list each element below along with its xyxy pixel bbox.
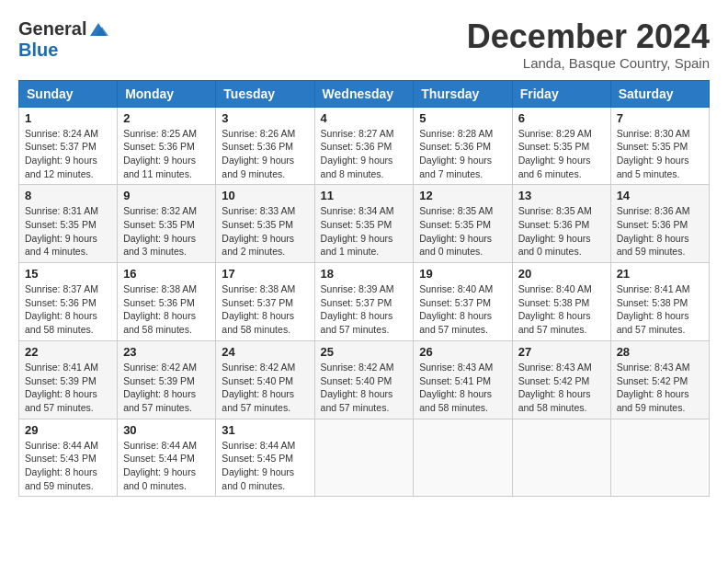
day-number: 22 (25, 345, 111, 359)
calendar-cell: 9Sunrise: 8:32 AMSunset: 5:35 PMDaylight… (118, 185, 216, 263)
calendar-week-row: 1Sunrise: 8:24 AMSunset: 5:37 PMDaylight… (19, 107, 710, 185)
calendar-cell: 13Sunrise: 8:35 AMSunset: 5:36 PMDayligh… (512, 185, 610, 263)
weekday-header-tuesday: Tuesday (216, 80, 314, 107)
day-number: 7 (617, 111, 703, 125)
day-number: 12 (419, 189, 506, 202)
day-info: Sunrise: 8:42 AMSunset: 5:40 PMDaylight:… (222, 361, 308, 415)
weekday-header-thursday: Thursday (414, 80, 512, 107)
day-number: 23 (123, 345, 210, 359)
day-info: Sunrise: 8:40 AMSunset: 5:37 PMDaylight:… (419, 282, 506, 337)
day-number: 6 (518, 111, 605, 125)
weekday-header-wednesday: Wednesday (314, 80, 414, 107)
calendar-table: SundayMondayTuesdayWednesdayThursdayFrid… (18, 80, 710, 498)
day-info: Sunrise: 8:39 AMSunset: 5:37 PMDaylight:… (321, 282, 408, 337)
day-number: 11 (321, 189, 408, 202)
day-info: Sunrise: 8:42 AMSunset: 5:39 PMDaylight:… (123, 361, 210, 415)
day-info: Sunrise: 8:44 AMSunset: 5:44 PMDaylight:… (123, 439, 210, 493)
month-title: December 2024 (467, 18, 710, 55)
day-number: 2 (123, 111, 210, 125)
day-info: Sunrise: 8:42 AMSunset: 5:40 PMDaylight:… (321, 361, 408, 415)
calendar-cell: 2Sunrise: 8:25 AMSunset: 5:36 PMDaylight… (118, 107, 216, 185)
day-info: Sunrise: 8:43 AMSunset: 5:41 PMDaylight:… (419, 361, 506, 415)
day-info: Sunrise: 8:44 AMSunset: 5:43 PMDaylight:… (25, 439, 111, 493)
day-info: Sunrise: 8:29 AMSunset: 5:35 PMDaylight:… (518, 127, 605, 181)
day-number: 20 (518, 267, 605, 281)
calendar-cell: 18Sunrise: 8:39 AMSunset: 5:37 PMDayligh… (314, 263, 414, 341)
page-header: General Blue December 2024 Landa, Basque… (18, 18, 710, 71)
day-info: Sunrise: 8:28 AMSunset: 5:36 PMDaylight:… (419, 127, 506, 181)
day-info: Sunrise: 8:43 AMSunset: 5:42 PMDaylight:… (617, 361, 703, 415)
weekday-header-row: SundayMondayTuesdayWednesdayThursdayFrid… (19, 80, 710, 107)
calendar-cell: 21Sunrise: 8:41 AMSunset: 5:38 PMDayligh… (610, 263, 709, 341)
weekday-header-sunday: Sunday (19, 80, 118, 107)
calendar-cell: 5Sunrise: 8:28 AMSunset: 5:36 PMDaylight… (414, 107, 512, 185)
day-info: Sunrise: 8:38 AMSunset: 5:37 PMDaylight:… (222, 282, 308, 337)
calendar-cell: 4Sunrise: 8:27 AMSunset: 5:36 PMDaylight… (314, 107, 414, 185)
calendar-cell: 15Sunrise: 8:37 AMSunset: 5:36 PMDayligh… (19, 263, 118, 341)
day-number: 31 (222, 423, 308, 437)
day-info: Sunrise: 8:26 AMSunset: 5:36 PMDaylight:… (222, 127, 308, 181)
calendar-cell: 20Sunrise: 8:40 AMSunset: 5:38 PMDayligh… (512, 263, 610, 341)
day-number: 18 (321, 267, 408, 281)
calendar-cell: 31Sunrise: 8:44 AMSunset: 5:45 PMDayligh… (216, 419, 314, 497)
calendar-cell: 10Sunrise: 8:33 AMSunset: 5:35 PMDayligh… (216, 185, 314, 263)
calendar-cell: 11Sunrise: 8:34 AMSunset: 5:35 PMDayligh… (314, 185, 414, 263)
logo: General Blue (18, 18, 108, 61)
calendar-cell: 12Sunrise: 8:35 AMSunset: 5:35 PMDayligh… (414, 185, 512, 263)
day-number: 27 (518, 345, 605, 359)
calendar-week-row: 29Sunrise: 8:44 AMSunset: 5:43 PMDayligh… (19, 419, 710, 497)
day-number: 16 (123, 267, 210, 281)
day-info: Sunrise: 8:36 AMSunset: 5:36 PMDaylight:… (617, 204, 703, 259)
calendar-week-row: 22Sunrise: 8:41 AMSunset: 5:39 PMDayligh… (19, 340, 710, 419)
day-number: 4 (321, 111, 408, 125)
weekday-header-saturday: Saturday (610, 80, 709, 107)
day-number: 29 (25, 423, 111, 437)
calendar-cell (512, 419, 610, 497)
day-number: 14 (617, 189, 703, 202)
location-text: Landa, Basque Country, Spain (467, 55, 710, 71)
calendar-cell: 24Sunrise: 8:42 AMSunset: 5:40 PMDayligh… (216, 340, 314, 419)
day-info: Sunrise: 8:24 AMSunset: 5:37 PMDaylight:… (25, 127, 111, 181)
calendar-cell: 27Sunrise: 8:43 AMSunset: 5:42 PMDayligh… (512, 340, 610, 419)
day-number: 3 (222, 111, 308, 125)
day-number: 26 (419, 345, 506, 359)
day-info: Sunrise: 8:44 AMSunset: 5:45 PMDaylight:… (222, 439, 308, 493)
calendar-cell: 14Sunrise: 8:36 AMSunset: 5:36 PMDayligh… (610, 185, 709, 263)
calendar-cell: 29Sunrise: 8:44 AMSunset: 5:43 PMDayligh… (19, 419, 118, 497)
weekday-header-friday: Friday (512, 80, 610, 107)
day-info: Sunrise: 8:38 AMSunset: 5:36 PMDaylight:… (123, 282, 210, 337)
calendar-cell: 7Sunrise: 8:30 AMSunset: 5:35 PMDaylight… (610, 107, 709, 185)
day-info: Sunrise: 8:40 AMSunset: 5:38 PMDaylight:… (518, 282, 605, 337)
calendar-cell: 26Sunrise: 8:43 AMSunset: 5:41 PMDayligh… (414, 340, 512, 419)
calendar-cell: 8Sunrise: 8:31 AMSunset: 5:35 PMDaylight… (19, 185, 118, 263)
calendar-cell: 16Sunrise: 8:38 AMSunset: 5:36 PMDayligh… (118, 263, 216, 341)
calendar-cell: 22Sunrise: 8:41 AMSunset: 5:39 PMDayligh… (19, 340, 118, 419)
day-number: 5 (419, 111, 506, 125)
day-number: 30 (123, 423, 210, 437)
day-number: 10 (222, 189, 308, 202)
day-info: Sunrise: 8:30 AMSunset: 5:35 PMDaylight:… (617, 127, 703, 181)
day-info: Sunrise: 8:31 AMSunset: 5:35 PMDaylight:… (25, 204, 111, 259)
day-info: Sunrise: 8:35 AMSunset: 5:35 PMDaylight:… (419, 204, 506, 259)
calendar-cell: 28Sunrise: 8:43 AMSunset: 5:42 PMDayligh… (610, 340, 709, 419)
day-number: 1 (25, 111, 111, 125)
day-number: 13 (518, 189, 605, 202)
day-info: Sunrise: 8:41 AMSunset: 5:38 PMDaylight:… (617, 282, 703, 337)
day-number: 8 (25, 189, 111, 202)
calendar-week-row: 15Sunrise: 8:37 AMSunset: 5:36 PMDayligh… (19, 263, 710, 341)
calendar-cell: 30Sunrise: 8:44 AMSunset: 5:44 PMDayligh… (118, 419, 216, 497)
logo-blue-text: Blue (18, 40, 58, 61)
day-number: 9 (123, 189, 210, 202)
day-info: Sunrise: 8:37 AMSunset: 5:36 PMDaylight:… (25, 282, 111, 337)
calendar-cell: 19Sunrise: 8:40 AMSunset: 5:37 PMDayligh… (414, 263, 512, 341)
calendar-week-row: 8Sunrise: 8:31 AMSunset: 5:35 PMDaylight… (19, 185, 710, 263)
calendar-cell: 17Sunrise: 8:38 AMSunset: 5:37 PMDayligh… (216, 263, 314, 341)
calendar-cell: 6Sunrise: 8:29 AMSunset: 5:35 PMDaylight… (512, 107, 610, 185)
calendar-cell (314, 419, 414, 497)
day-info: Sunrise: 8:35 AMSunset: 5:36 PMDaylight:… (518, 204, 605, 259)
day-number: 24 (222, 345, 308, 359)
day-number: 25 (321, 345, 408, 359)
day-info: Sunrise: 8:32 AMSunset: 5:35 PMDaylight:… (123, 204, 210, 259)
day-info: Sunrise: 8:34 AMSunset: 5:35 PMDaylight:… (321, 204, 408, 259)
day-info: Sunrise: 8:43 AMSunset: 5:42 PMDaylight:… (518, 361, 605, 415)
